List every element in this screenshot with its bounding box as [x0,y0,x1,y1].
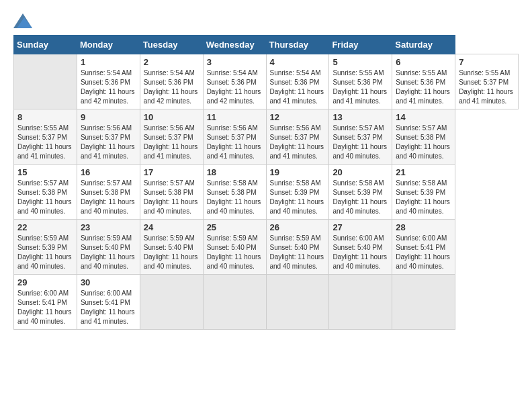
day-number: 30 [81,277,136,287]
day-number: 26 [270,222,326,232]
day-number: 28 [396,222,451,232]
calendar-cell: 16Sunrise: 5:57 AM Sunset: 5:38 PM Dayli… [77,165,140,220]
calendar-cell: 28Sunrise: 6:00 AM Sunset: 5:41 PM Dayli… [392,220,455,275]
calendar-cell: 4Sunrise: 5:54 AM Sunset: 5:36 PM Daylig… [266,54,329,109]
calendar-cell: 22Sunrise: 5:59 AM Sunset: 5:39 PM Dayli… [14,220,77,275]
weekday-header-friday: Friday [329,36,392,54]
calendar-cell: 30Sunrise: 6:00 AM Sunset: 5:41 PM Dayli… [77,275,140,330]
calendar-table: SundayMondayTuesdayWednesdayThursdayFrid… [13,35,519,330]
calendar-cell: 21Sunrise: 5:58 AM Sunset: 5:39 PM Dayli… [392,165,455,220]
calendar-cell: 14Sunrise: 5:57 AM Sunset: 5:38 PM Dayli… [392,109,455,165]
cell-sun-info: Sunrise: 5:56 AM Sunset: 5:37 PM Dayligh… [81,124,136,161]
cell-sun-info: Sunrise: 5:59 AM Sunset: 5:40 PM Dayligh… [270,234,326,271]
day-number: 20 [332,167,388,177]
calendar-week-row: 22Sunrise: 5:59 AM Sunset: 5:39 PM Dayli… [14,220,519,275]
day-number: 3 [207,57,263,67]
day-number: 27 [332,222,388,232]
day-number: 1 [81,57,136,67]
calendar-cell [392,275,455,330]
cell-sun-info: Sunrise: 5:56 AM Sunset: 5:37 PM Dayligh… [144,124,200,161]
cell-sun-info: Sunrise: 5:54 AM Sunset: 5:36 PM Dayligh… [81,68,136,106]
day-number: 10 [144,112,200,122]
calendar-cell: 3Sunrise: 5:54 AM Sunset: 5:36 PM Daylig… [203,54,266,109]
cell-sun-info: Sunrise: 5:57 AM Sunset: 5:38 PM Dayligh… [17,179,73,216]
calendar-cell: 18Sunrise: 5:58 AM Sunset: 5:38 PM Dayli… [203,165,266,220]
calendar-cell: 1Sunrise: 5:54 AM Sunset: 5:36 PM Daylig… [77,54,140,109]
cell-sun-info: Sunrise: 5:59 AM Sunset: 5:40 PM Dayligh… [207,234,263,271]
weekday-header-sunday: Sunday [14,36,77,54]
cell-sun-info: Sunrise: 5:59 AM Sunset: 5:39 PM Dayligh… [17,234,73,271]
calendar-cell: 26Sunrise: 5:59 AM Sunset: 5:40 PM Dayli… [266,220,329,275]
cell-sun-info: Sunrise: 6:00 AM Sunset: 5:40 PM Dayligh… [332,234,388,271]
cell-sun-info: Sunrise: 5:57 AM Sunset: 5:38 PM Dayligh… [396,124,451,161]
weekday-header-monday: Monday [77,36,140,54]
cell-sun-info: Sunrise: 5:58 AM Sunset: 5:39 PM Dayligh… [396,179,451,216]
cell-sun-info: Sunrise: 5:59 AM Sunset: 5:40 PM Dayligh… [81,234,136,271]
day-number: 16 [81,167,136,177]
day-number: 12 [270,112,326,122]
page-header [13,13,519,28]
calendar-cell [140,275,203,330]
calendar-cell: 10Sunrise: 5:56 AM Sunset: 5:37 PM Dayli… [140,109,203,165]
cell-sun-info: Sunrise: 6:00 AM Sunset: 5:41 PM Dayligh… [396,234,451,271]
cell-sun-info: Sunrise: 5:55 AM Sunset: 5:37 PM Dayligh… [459,68,515,106]
day-number: 24 [144,222,200,232]
day-number: 18 [207,167,263,177]
calendar-cell: 23Sunrise: 5:59 AM Sunset: 5:40 PM Dayli… [77,220,140,275]
calendar-cell: 9Sunrise: 5:56 AM Sunset: 5:37 PM Daylig… [77,109,140,165]
calendar-cell [329,275,392,330]
day-number: 2 [144,57,200,67]
calendar-cell: 15Sunrise: 5:57 AM Sunset: 5:38 PM Dayli… [14,165,77,220]
calendar-cell [203,275,266,330]
day-number: 21 [396,167,451,177]
cell-sun-info: Sunrise: 6:00 AM Sunset: 5:41 PM Dayligh… [17,289,73,326]
day-number: 17 [144,167,200,177]
day-number: 8 [17,112,73,122]
day-number: 25 [207,222,263,232]
weekday-header-thursday: Thursday [266,36,329,54]
calendar-week-row: 15Sunrise: 5:57 AM Sunset: 5:38 PM Dayli… [14,165,519,220]
logo-icon [13,13,32,28]
calendar-cell: 12Sunrise: 5:56 AM Sunset: 5:37 PM Dayli… [266,109,329,165]
day-number: 22 [17,222,73,232]
calendar-cell: 19Sunrise: 5:58 AM Sunset: 5:39 PM Dayli… [266,165,329,220]
weekday-header-tuesday: Tuesday [140,36,203,54]
cell-sun-info: Sunrise: 6:00 AM Sunset: 5:41 PM Dayligh… [81,289,136,326]
day-number: 6 [396,57,451,67]
calendar-cell: 6Sunrise: 5:55 AM Sunset: 5:36 PM Daylig… [392,54,455,109]
calendar-cell: 27Sunrise: 6:00 AM Sunset: 5:40 PM Dayli… [329,220,392,275]
weekday-header-row: SundayMondayTuesdayWednesdayThursdayFrid… [14,36,519,54]
day-number: 13 [332,112,388,122]
day-number: 5 [332,57,388,67]
cell-sun-info: Sunrise: 5:55 AM Sunset: 5:37 PM Dayligh… [17,124,73,161]
day-number: 19 [270,167,326,177]
day-number: 14 [396,112,451,122]
day-number: 7 [459,57,515,67]
calendar-cell [14,54,77,109]
calendar-cell: 7Sunrise: 5:55 AM Sunset: 5:37 PM Daylig… [455,54,519,109]
cell-sun-info: Sunrise: 5:58 AM Sunset: 5:39 PM Dayligh… [332,179,388,216]
weekday-header-wednesday: Wednesday [203,36,266,54]
calendar-cell: 11Sunrise: 5:56 AM Sunset: 5:37 PM Dayli… [203,109,266,165]
cell-sun-info: Sunrise: 5:55 AM Sunset: 5:36 PM Dayligh… [332,68,388,106]
cell-sun-info: Sunrise: 5:58 AM Sunset: 5:38 PM Dayligh… [207,179,263,216]
calendar-cell: 5Sunrise: 5:55 AM Sunset: 5:36 PM Daylig… [329,54,392,109]
day-number: 15 [17,167,73,177]
cell-sun-info: Sunrise: 5:56 AM Sunset: 5:37 PM Dayligh… [270,124,326,161]
calendar-cell [266,275,329,330]
cell-sun-info: Sunrise: 5:57 AM Sunset: 5:38 PM Dayligh… [144,179,200,216]
calendar-week-row: 8Sunrise: 5:55 AM Sunset: 5:37 PM Daylig… [14,109,519,165]
logo [13,13,35,28]
cell-sun-info: Sunrise: 5:57 AM Sunset: 5:37 PM Dayligh… [332,124,388,161]
calendar-cell: 20Sunrise: 5:58 AM Sunset: 5:39 PM Dayli… [329,165,392,220]
weekday-header-saturday: Saturday [392,36,455,54]
cell-sun-info: Sunrise: 5:56 AM Sunset: 5:37 PM Dayligh… [207,124,263,161]
calendar-cell: 25Sunrise: 5:59 AM Sunset: 5:40 PM Dayli… [203,220,266,275]
calendar-cell: 17Sunrise: 5:57 AM Sunset: 5:38 PM Dayli… [140,165,203,220]
calendar-cell: 2Sunrise: 5:54 AM Sunset: 5:36 PM Daylig… [140,54,203,109]
cell-sun-info: Sunrise: 5:59 AM Sunset: 5:40 PM Dayligh… [144,234,200,271]
day-number: 29 [17,277,73,287]
calendar-cell: 29Sunrise: 6:00 AM Sunset: 5:41 PM Dayli… [14,275,77,330]
calendar-week-row: 1Sunrise: 5:54 AM Sunset: 5:36 PM Daylig… [14,54,519,109]
calendar-cell: 24Sunrise: 5:59 AM Sunset: 5:40 PM Dayli… [140,220,203,275]
